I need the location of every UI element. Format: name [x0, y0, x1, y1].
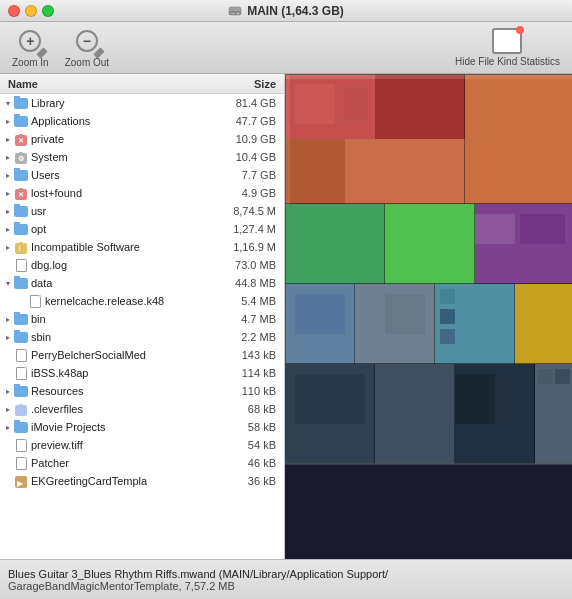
list-item[interactable]: ▸Applications47.7 GB: [0, 112, 284, 130]
file-rows[interactable]: ▾Library81.4 GB▸Applications47.7 GB▸✕pri…: [0, 94, 284, 559]
list-item[interactable]: ▸✕lost+found4.9 GB: [0, 184, 284, 202]
file-list-header: Name Size: [0, 74, 284, 94]
svg-rect-44: [514, 284, 515, 364]
svg-rect-17: [285, 204, 385, 284]
expand-triangle-icon[interactable]: [4, 351, 12, 359]
expand-triangle-icon[interactable]: ▸: [4, 135, 12, 143]
folder-warn-icon: !: [14, 240, 28, 254]
row-filename: opt: [31, 223, 205, 235]
row-filesize: 54 kB: [205, 439, 280, 451]
expand-triangle-icon[interactable]: ▸: [4, 225, 12, 233]
hide-file-kind-button[interactable]: Hide File Kind Statistics: [455, 28, 560, 67]
minimize-button[interactable]: [25, 5, 37, 17]
svg-rect-52: [285, 74, 290, 204]
folder-icon: [14, 420, 28, 434]
row-filesize: 46 kB: [205, 457, 280, 469]
expand-triangle-icon[interactable]: ▸: [4, 243, 12, 251]
row-filename: EKGreetingCardTempla: [31, 475, 205, 487]
expand-triangle-icon[interactable]: ▸: [4, 387, 12, 395]
list-item[interactable]: ▸✕private10.9 GB: [0, 130, 284, 148]
svg-rect-35: [285, 203, 572, 204]
treemap-panel[interactable]: [285, 74, 572, 559]
svg-rect-53: [465, 74, 572, 79]
list-item[interactable]: ▸sbin2.2 MB: [0, 328, 284, 346]
expand-triangle-icon[interactable]: [4, 441, 12, 449]
zoom-button[interactable]: [42, 5, 54, 17]
expand-triangle-icon[interactable]: ▸: [4, 171, 12, 179]
expand-triangle-icon[interactable]: ▸: [4, 207, 12, 215]
expand-triangle-icon[interactable]: [4, 369, 12, 377]
row-filename: .cleverfiles: [31, 403, 205, 415]
list-item[interactable]: ▶EKGreetingCardTempla36 kB: [0, 472, 284, 490]
list-item[interactable]: Patcher46 kB: [0, 454, 284, 472]
list-item[interactable]: preview.tiff54 kB: [0, 436, 284, 454]
toolbar: Zoom In Zoom Out Hide File Kind Statisti…: [0, 22, 572, 74]
file-app-icon: ▶: [14, 474, 28, 488]
expand-triangle-icon[interactable]: ▸: [4, 333, 12, 341]
row-filesize: 68 kB: [205, 403, 280, 415]
hdd-icon: [228, 4, 242, 18]
expand-triangle-icon[interactable]: [4, 261, 12, 269]
expand-triangle-icon[interactable]: ▾: [4, 99, 12, 107]
svg-text:✕: ✕: [18, 191, 24, 198]
row-filesize: 10.4 GB: [205, 151, 280, 163]
folder-icon: [14, 168, 28, 182]
list-item[interactable]: ▸.cleverfiles68 kB: [0, 400, 284, 418]
svg-rect-40: [464, 74, 465, 204]
list-item[interactable]: ▸iMovie Projects58 kB: [0, 418, 284, 436]
expand-triangle-icon[interactable]: ▾: [4, 279, 12, 287]
svg-rect-55: [295, 84, 335, 124]
svg-rect-37: [285, 363, 572, 364]
folder-icon: [14, 330, 28, 344]
svg-rect-62: [455, 374, 495, 424]
list-item[interactable]: ▾data44.8 MB: [0, 274, 284, 292]
row-filename: System: [31, 151, 205, 163]
folder-icon: [14, 276, 28, 290]
list-item[interactable]: ▸usr8,74.5 M: [0, 202, 284, 220]
list-item[interactable]: ▾Library81.4 GB: [0, 94, 284, 112]
list-item[interactable]: ▸bin4.7 MB: [0, 310, 284, 328]
folder-hidden-icon: [14, 402, 28, 416]
folder-x-icon: ✕: [14, 132, 28, 146]
row-filesize: 1,27.4 M: [205, 223, 280, 235]
row-filename: iMovie Projects: [31, 421, 205, 433]
expand-triangle-icon[interactable]: [18, 297, 26, 305]
list-item[interactable]: PerryBelcherSocialMed143 kB: [0, 346, 284, 364]
file-icon: [28, 294, 42, 308]
expand-triangle-icon[interactable]: [4, 477, 12, 485]
zoom-out-button[interactable]: Zoom Out: [65, 27, 109, 68]
list-item[interactable]: ▸!Incompatible Software1,16.9 M: [0, 238, 284, 256]
row-filesize: 2.2 MB: [205, 331, 280, 343]
zoom-in-icon: [16, 27, 44, 55]
file-list-panel: Name Size ▾Library81.4 GB▸Applications47…: [0, 74, 285, 559]
list-item[interactable]: iBSS.k48ap114 kB: [0, 364, 284, 382]
folder-icon: [14, 222, 28, 236]
svg-rect-67: [555, 369, 570, 384]
svg-text:⚙: ⚙: [18, 155, 24, 162]
file-icon: [14, 348, 28, 362]
list-item[interactable]: ▸Users7.7 GB: [0, 166, 284, 184]
expand-triangle-icon[interactable]: ▸: [4, 189, 12, 197]
expand-triangle-icon[interactable]: ▸: [4, 405, 12, 413]
expand-triangle-icon[interactable]: ▸: [4, 153, 12, 161]
row-filename: Library: [31, 97, 205, 109]
row-filename: dbg.log: [31, 259, 205, 271]
file-icon: [14, 258, 28, 272]
svg-rect-38: [384, 204, 385, 284]
expand-triangle-icon[interactable]: ▸: [4, 423, 12, 431]
zoom-in-button[interactable]: Zoom In: [12, 27, 49, 68]
expand-triangle-icon[interactable]: [4, 459, 12, 467]
list-item[interactable]: ▸opt1,27.4 M: [0, 220, 284, 238]
list-item[interactable]: ▸⚙System10.4 GB: [0, 148, 284, 166]
svg-rect-39: [474, 204, 475, 284]
close-button[interactable]: [8, 5, 20, 17]
folder-icon: [14, 312, 28, 326]
expand-triangle-icon[interactable]: ▸: [4, 117, 12, 125]
list-item[interactable]: kernelcache.release.k485.4 MB: [0, 292, 284, 310]
svg-rect-51: [285, 74, 465, 79]
row-filename: Users: [31, 169, 205, 181]
list-item[interactable]: ▸Resources110 kB: [0, 382, 284, 400]
svg-rect-61: [295, 374, 365, 424]
expand-triangle-icon[interactable]: ▸: [4, 315, 12, 323]
list-item[interactable]: dbg.log73.0 MB: [0, 256, 284, 274]
